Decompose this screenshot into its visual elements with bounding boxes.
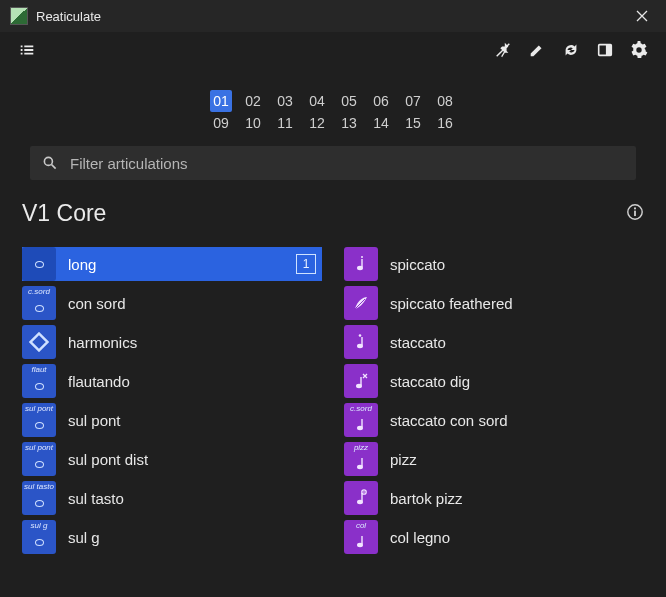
articulation-badge: flaut xyxy=(22,364,56,398)
svg-point-13 xyxy=(359,334,362,337)
articulation-label: sul g xyxy=(68,529,100,546)
articulation-item[interactable]: sul tastosul tasto xyxy=(22,481,322,515)
slot-10[interactable]: 10 xyxy=(242,112,264,134)
articulation-label: pizz xyxy=(390,451,417,468)
slot-14[interactable]: 14 xyxy=(370,112,392,134)
articulation-item[interactable]: long1 xyxy=(22,247,322,281)
articulation-label: spiccato feathered xyxy=(390,295,513,312)
articulation-badge xyxy=(344,286,378,320)
slot-11[interactable]: 11 xyxy=(274,112,296,134)
pencil-icon xyxy=(528,41,546,59)
articulation-badge: c.sord xyxy=(344,403,378,437)
svg-rect-2 xyxy=(606,45,611,56)
slot-12[interactable]: 12 xyxy=(306,112,328,134)
gear-icon xyxy=(630,41,648,59)
articulation-item[interactable]: bartok pizz xyxy=(344,481,644,515)
info-button[interactable] xyxy=(626,203,644,224)
articulation-badge xyxy=(344,364,378,398)
slot-row: 0910111213141516 xyxy=(210,112,456,134)
articulation-item[interactable]: pizzpizz xyxy=(344,442,644,476)
slot-04[interactable]: 04 xyxy=(306,90,328,112)
articulation-badge: pizz xyxy=(344,442,378,476)
pin-off-icon xyxy=(494,41,512,59)
articulation-badge xyxy=(22,247,56,281)
articulation-label: con sord xyxy=(68,295,126,312)
articulation-badge xyxy=(344,481,378,515)
articulation-label: harmonics xyxy=(68,334,137,351)
slot-05[interactable]: 05 xyxy=(338,90,360,112)
slot-02[interactable]: 02 xyxy=(242,90,264,112)
articulation-label: col legno xyxy=(390,529,450,546)
info-icon xyxy=(626,203,644,221)
articulation-label: long xyxy=(68,256,96,273)
articulation-item[interactable]: sul pontsul pont xyxy=(22,403,322,437)
articulation-item[interactable]: c.sordcon sord xyxy=(22,286,322,320)
toolbar xyxy=(0,32,666,68)
edit-button[interactable] xyxy=(520,35,554,65)
articulation-column-right: spiccatospiccato featheredstaccatostacca… xyxy=(344,247,644,559)
articulation-badge: sul pont xyxy=(22,403,56,437)
section-title: V1 Core xyxy=(22,200,106,227)
articulation-label: flautando xyxy=(68,373,130,390)
section-header: V1 Core xyxy=(22,200,644,227)
articulation-badge: col xyxy=(344,520,378,554)
articulation-grid: long1c.sordcon sordharmonicsflautflautan… xyxy=(0,247,666,559)
close-icon xyxy=(636,10,648,22)
settings-button[interactable] xyxy=(622,35,656,65)
list-button[interactable] xyxy=(10,35,44,65)
sync-icon xyxy=(562,41,580,59)
slot-07[interactable]: 07 xyxy=(402,90,424,112)
articulation-item[interactable]: staccato dig xyxy=(344,364,644,398)
svg-point-3 xyxy=(44,157,52,165)
articulation-badge: sul tasto xyxy=(22,481,56,515)
app-icon xyxy=(10,7,28,25)
articulation-item[interactable]: c.sordstaccato con sord xyxy=(344,403,644,437)
articulation-item[interactable]: sul gsul g xyxy=(22,520,322,554)
svg-point-10 xyxy=(361,256,363,258)
articulation-badge xyxy=(344,247,378,281)
articulation-item[interactable]: staccato xyxy=(344,325,644,359)
articulation-label: staccato con sord xyxy=(390,412,508,429)
slot-08[interactable]: 08 xyxy=(434,90,456,112)
slot-13[interactable]: 13 xyxy=(338,112,360,134)
slot-15[interactable]: 15 xyxy=(402,112,424,134)
articulation-badge xyxy=(344,325,378,359)
slot-09[interactable]: 09 xyxy=(210,112,232,134)
search-icon xyxy=(42,155,58,171)
svg-point-19 xyxy=(363,491,365,493)
slot-16[interactable]: 16 xyxy=(434,112,456,134)
app-window: Reaticulate 0102030405060708 09101112131… xyxy=(0,0,666,597)
articulation-label: sul pont xyxy=(68,412,121,429)
dock-button[interactable] xyxy=(588,35,622,65)
titlebar: Reaticulate xyxy=(0,0,666,32)
slot-03[interactable]: 03 xyxy=(274,90,296,112)
articulation-label: staccato dig xyxy=(390,373,470,390)
articulation-label: staccato xyxy=(390,334,446,351)
slot-06[interactable]: 06 xyxy=(370,90,392,112)
articulation-item[interactable]: harmonics xyxy=(22,325,322,359)
filter-input[interactable] xyxy=(68,154,624,173)
slot-01[interactable]: 01 xyxy=(210,90,232,112)
articulation-slot-indicator: 1 xyxy=(296,254,316,274)
svg-point-6 xyxy=(634,207,636,209)
articulation-badge xyxy=(22,325,56,359)
articulation-item[interactable]: colcol legno xyxy=(344,520,644,554)
articulation-item[interactable]: spiccato feathered xyxy=(344,286,644,320)
articulation-label: spiccato xyxy=(390,256,445,273)
sync-button[interactable] xyxy=(554,35,588,65)
slot-row: 0102030405060708 xyxy=(210,90,456,112)
filter-box[interactable] xyxy=(30,146,636,180)
articulation-item[interactable]: flautflautando xyxy=(22,364,322,398)
slot-picker: 0102030405060708 0910111213141516 xyxy=(0,90,666,134)
articulation-column-left: long1c.sordcon sordharmonicsflautflautan… xyxy=(22,247,322,559)
articulation-label: sul pont dist xyxy=(68,451,148,468)
articulation-label: sul tasto xyxy=(68,490,124,507)
articulation-item[interactable]: sul pontsul pont dist xyxy=(22,442,322,476)
close-button[interactable] xyxy=(620,0,664,32)
articulation-badge: c.sord xyxy=(22,286,56,320)
svg-rect-8 xyxy=(31,334,48,351)
pin-button[interactable] xyxy=(486,35,520,65)
list-icon xyxy=(18,41,36,59)
window-title: Reaticulate xyxy=(36,9,620,24)
articulation-item[interactable]: spiccato xyxy=(344,247,644,281)
